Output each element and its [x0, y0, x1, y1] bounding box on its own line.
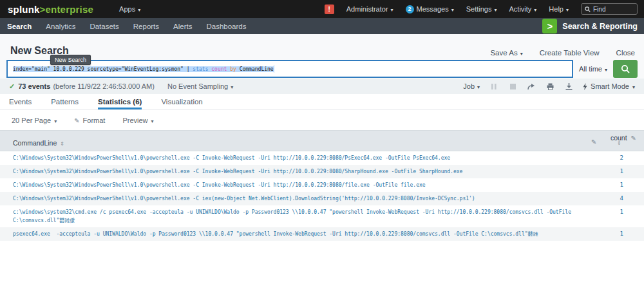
create-table-view-button[interactable]: Create Table View	[540, 49, 600, 57]
splunk-search-window: splunk>enterprise Apps ! Administrator 2…	[0, 0, 644, 291]
commandline-cell[interactable]: C:\Windows\System32\WindowsPowerShell\v1…	[0, 151, 574, 165]
tab-events[interactable]: Events	[9, 94, 32, 109]
table-row: C:\Windows\System32\WindowsPowerShell\v1…	[0, 165, 644, 178]
app-identity: > Search & Reporting	[542, 19, 638, 33]
table-row: C:\Windows\System32\WindowsPowerShell\v1…	[0, 151, 644, 165]
column-header-count[interactable]: count	[611, 134, 636, 142]
query-segment: CommandLine	[236, 66, 274, 72]
splunk-logo[interactable]: splunk>enterprise	[8, 4, 93, 15]
find-input[interactable]	[593, 6, 632, 13]
pencil-icon	[631, 134, 636, 142]
top-bar: splunk>enterprise Apps ! Administrator 2…	[0, 0, 644, 18]
run-search-button[interactable]	[613, 60, 638, 78]
find-search[interactable]	[581, 3, 638, 15]
column-header-commandline[interactable]: CommandLine	[13, 139, 64, 147]
commandline-cell[interactable]: C:\Windows\System32\WindowsPowerShell\v1…	[0, 178, 574, 192]
title-row: New Search Save As Create Table View Clo…	[0, 34, 644, 59]
print-button[interactable]	[545, 82, 554, 91]
events-time-detail: (before 11/9/22 2:46:53.000 AM)	[53, 82, 155, 90]
nav-item-analytics[interactable]: Analytics	[39, 18, 82, 34]
share-icon	[527, 83, 535, 90]
commandline-format-button[interactable]	[591, 135, 596, 147]
search-tooltip: New Search	[50, 55, 91, 65]
count-cell[interactable]: 1	[574, 178, 644, 192]
search-icon	[585, 6, 591, 12]
count-cell[interactable]: 1	[574, 227, 644, 241]
time-range-picker[interactable]: All time	[579, 65, 607, 73]
time-range-label: All time	[579, 65, 602, 73]
download-icon	[565, 83, 573, 90]
job-menu[interactable]: Job	[463, 82, 480, 90]
search-icon	[621, 64, 630, 74]
search-query-text: index="main" 10.0.0.229 sourcetype="WinE…	[13, 65, 274, 73]
sort-icon	[60, 139, 64, 147]
notification-badge[interactable]: !	[325, 5, 334, 14]
nav-item-reports[interactable]: Reports	[126, 18, 166, 34]
search-query-input[interactable]: New Search index="main" 10.0.0.229 sourc…	[6, 60, 573, 78]
apps-menu-label: Apps	[119, 5, 135, 13]
format-label: Format	[83, 117, 106, 124]
search-reporting-app-icon: >	[542, 19, 557, 33]
count-cell[interactable]: 2	[574, 151, 644, 165]
save-as-label: Save As	[490, 49, 517, 57]
chevron-down-icon	[632, 82, 635, 90]
stop-icon	[510, 84, 516, 89]
search-mode-selector[interactable]: Smart Mode	[583, 82, 635, 90]
nav-item-datasets[interactable]: Datasets	[82, 18, 126, 34]
messages-menu[interactable]: 2 Messages	[406, 5, 454, 14]
messages-count-badge: 2	[406, 5, 414, 14]
export-button[interactable]	[564, 82, 573, 91]
pause-job-button[interactable]	[489, 82, 498, 91]
query-segment-command: stats	[193, 66, 208, 72]
activity-menu[interactable]: Activity	[509, 5, 537, 13]
query-segment: index="main" 10.0.0.229 sourcetype="WinE…	[13, 66, 193, 72]
activity-menu-label: Activity	[509, 5, 532, 13]
job-status-bar: ✓ 73 events (before 11/9/22 2:46:53.000 …	[0, 79, 644, 94]
count-cell[interactable]: 1	[574, 165, 644, 178]
share-job-button[interactable]	[527, 82, 536, 91]
job-menu-label: Job	[463, 82, 475, 90]
commandline-cell[interactable]: C:\Windows\System32\WindowsPowerShell\v1…	[0, 192, 574, 205]
tab-visualization[interactable]: Visualization	[161, 94, 202, 109]
count-sort-button[interactable]	[617, 136, 621, 147]
event-sampling-menu[interactable]: No Event Sampling	[167, 82, 233, 90]
text-cursor	[274, 65, 274, 73]
commandline-cell[interactable]: c:\windows\system32\cmd.exe /c psexec64.…	[0, 205, 574, 227]
chevron-down-icon	[477, 82, 480, 90]
apps-menu[interactable]: Apps	[119, 5, 140, 13]
commandline-cell[interactable]: psexec64.exe -accepteula -u UNIWALDO\Wal…	[0, 227, 574, 241]
table-controls: 20 Per Page Format Preview	[0, 110, 644, 130]
format-button[interactable]: Format	[74, 117, 105, 124]
preview-selector[interactable]: Preview	[122, 117, 153, 124]
table-row: C:\Windows\System32\WindowsPowerShell\v1…	[0, 178, 644, 192]
stop-job-button[interactable]	[508, 82, 517, 91]
help-menu[interactable]: Help	[549, 5, 569, 13]
app-nav-bar: Search Analytics Datasets Reports Alerts…	[0, 18, 644, 34]
nav-item-dashboards[interactable]: Dashboards	[199, 18, 253, 34]
chevron-down-icon	[451, 5, 454, 13]
tab-patterns[interactable]: Patterns	[51, 94, 79, 109]
chevron-down-icon	[520, 49, 523, 57]
commandline-header-label: CommandLine	[13, 139, 57, 147]
event-sampling-label: No Event Sampling	[167, 82, 228, 90]
per-page-selector[interactable]: 20 Per Page	[12, 117, 57, 124]
count-cell[interactable]: 4	[574, 192, 644, 205]
table-header: CommandLine count	[0, 130, 644, 151]
nav-item-alerts[interactable]: Alerts	[166, 18, 199, 34]
help-menu-label: Help	[549, 5, 564, 13]
save-as-button[interactable]: Save As	[490, 49, 522, 57]
commandline-cell[interactable]: C:\Windows\System32\WindowsPowerShell\v1…	[0, 165, 574, 178]
search-row: New Search index="main" 10.0.0.229 sourc…	[0, 59, 644, 79]
close-button[interactable]: Close	[616, 49, 635, 57]
pencil-icon	[74, 117, 79, 124]
statistics-table: CommandLine count C:\Windows\System32\Wi…	[0, 130, 644, 241]
user-menu[interactable]: Administrator	[346, 5, 393, 13]
logo-brand: splunk	[8, 4, 40, 15]
nav-item-search[interactable]: Search	[0, 18, 39, 34]
tab-statistics[interactable]: Statistics (6)	[98, 94, 142, 109]
printer-icon	[547, 83, 554, 90]
settings-menu[interactable]: Settings	[466, 5, 497, 13]
results-tabs: Events Patterns Statistics (6) Visualiza…	[0, 94, 644, 110]
logo-product: enterprise	[46, 4, 94, 15]
count-cell[interactable]: 1	[574, 205, 644, 219]
